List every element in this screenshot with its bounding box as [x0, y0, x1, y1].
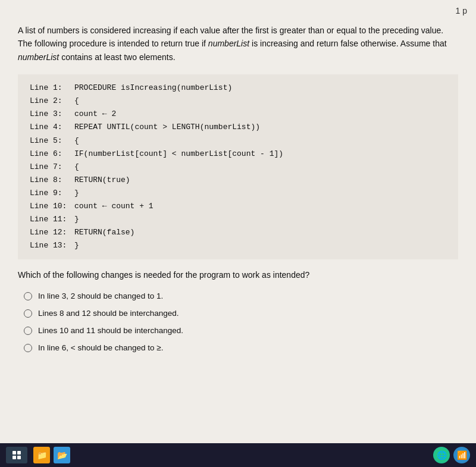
line-label-5: Line 5: [30, 134, 74, 148]
line-label-4: Line 4: [30, 121, 74, 134]
line-content-13: } [74, 239, 79, 252]
option-c-text: Lines 10 and 11 should be interchanged. [38, 326, 183, 335]
radio-a[interactable] [24, 292, 32, 300]
code-line-4: Line 4: REPEAT UNTIL(count > LENGTH(numb… [30, 121, 446, 134]
code-line-6: Line 6: IF(numberList[count] < numberLis… [30, 148, 446, 161]
line-content-10: count ← count + 1 [74, 200, 154, 213]
code-block: Line 1: PROCEDURE isIncreasing(numberLis… [18, 74, 458, 259]
line-content-4: REPEAT UNTIL(count > LENGTH(numberList)) [74, 121, 260, 134]
points-label: 1 p [456, 6, 467, 15]
line-content-5: { [74, 134, 79, 148]
code-line-5: Line 5: { [30, 134, 446, 148]
start-button[interactable] [6, 447, 27, 463]
start-dot-1 [12, 451, 16, 455]
taskbar-left: 📁 📂 [6, 447, 70, 463]
line-label-11: Line 11: [30, 213, 74, 226]
line-label-7: Line 7: [30, 161, 74, 174]
code-line-2: Line 2: { [30, 95, 446, 108]
line-label-3: Line 3: [30, 108, 74, 121]
code-line-13: Line 13: } [30, 239, 446, 252]
main-screen: 1 p A list of numbers is considered incr… [0, 0, 476, 443]
taskbar-file-icon[interactable]: 📁 [33, 447, 50, 463]
code-line-3: Line 3: count ← 2 [30, 108, 446, 121]
taskbar-folder-icon[interactable]: 📂 [54, 447, 70, 463]
code-line-9: Line 9: } [30, 187, 446, 200]
answer-options: In line 3, 2 should be changed to 1. Lin… [18, 292, 458, 352]
code-line-8: Line 8: RETURN(true) [30, 174, 446, 187]
line-label-6: Line 6: [30, 148, 74, 161]
start-dot-2 [17, 451, 21, 455]
start-dot-4 [17, 456, 21, 459]
line-label-10: Line 10: [30, 200, 74, 213]
code-line-7: Line 7: { [30, 161, 446, 174]
line-content-3: count ← 2 [74, 108, 116, 121]
question-description: A list of numbers is considered increasi… [18, 24, 458, 64]
radio-d[interactable] [24, 344, 32, 352]
line-content-8: RETURN(true) [74, 174, 130, 187]
option-a[interactable]: In line 3, 2 should be changed to 1. [24, 292, 452, 300]
taskbar-wifi-icon[interactable]: 📶 [453, 447, 470, 463]
taskbar: 📁 📂 🌐 📶 [0, 443, 476, 467]
code-line-1: Line 1: PROCEDURE isIncreasing(numberLis… [30, 82, 446, 95]
radio-b[interactable] [24, 309, 32, 318]
line-label-8: Line 8: [30, 174, 74, 187]
code-line-10: Line 10: count ← count + 1 [30, 200, 446, 213]
line-label-12: Line 12: [30, 226, 74, 239]
start-dot-3 [12, 456, 16, 459]
line-content-2: { [74, 95, 79, 108]
line-content-9: } [74, 187, 79, 200]
which-question: Which of the following changes is needed… [18, 270, 458, 280]
code-line-11: Line 11: } [30, 213, 446, 226]
option-d[interactable]: In line 6, < should be changed to ≥. [24, 343, 452, 352]
line-content-1: PROCEDURE isIncreasing(numberList) [74, 82, 232, 95]
option-b-text: Lines 8 and 12 should be interchanged. [38, 309, 178, 318]
line-content-11: } [74, 213, 79, 226]
radio-c[interactable] [24, 327, 32, 335]
line-label-2: Line 2: [30, 95, 74, 108]
taskbar-globe-icon[interactable]: 🌐 [433, 447, 450, 463]
line-content-6: IF(numberList[count] < numberList[count … [74, 148, 283, 161]
windows-icon [12, 451, 21, 459]
line-label-9: Line 9: [30, 187, 74, 200]
code-line-12: Line 12: RETURN(false) [30, 226, 446, 239]
option-d-text: In line 6, < should be changed to ≥. [38, 343, 163, 352]
line-label-1: Line 1: [30, 82, 74, 95]
line-content-12: RETURN(false) [74, 226, 134, 239]
option-c[interactable]: Lines 10 and 11 should be interchanged. [24, 326, 452, 335]
line-content-7: { [74, 161, 79, 174]
taskbar-right: 🌐 📶 [433, 447, 470, 463]
option-b[interactable]: Lines 8 and 12 should be interchanged. [24, 309, 452, 318]
line-label-13: Line 13: [30, 239, 74, 252]
option-a-text: In line 3, 2 should be changed to 1. [38, 292, 163, 300]
